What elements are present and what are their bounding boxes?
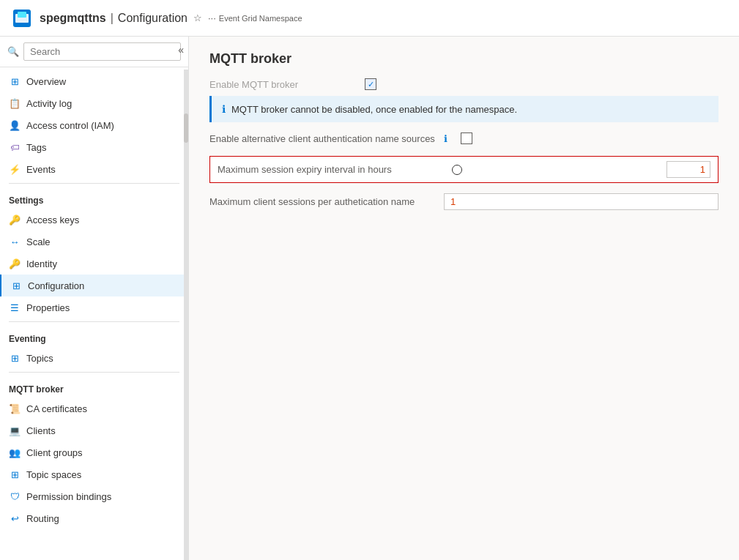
info-icon: ℹ [222,103,226,115]
header-actions: ☆ ··· [193,12,216,23]
sidebar-label-tags: Tags [26,142,46,153]
topic-spaces-icon: ⊞ [9,468,21,480]
sidebar-label-identity: Identity [26,258,57,269]
sidebar-item-activity-log[interactable]: 📋 Activity log [0,92,188,114]
info-message: MQTT broker cannot be disabled, once ena… [231,104,517,115]
sidebar-item-scale[interactable]: ↔ Scale [0,231,188,253]
sidebar-item-permission-bindings[interactable]: 🛡 Permission bindings [0,485,188,507]
clients-icon: 💻 [9,425,21,436]
search-icon: 🔍 [7,46,19,57]
sidebar-label-clients: Clients [26,425,56,436]
mqtt-divider [9,372,179,373]
page-title: MQTT broker [209,51,718,67]
sidebar-item-access-control[interactable]: 👤 Access control (IAM) [0,114,188,136]
sidebar-label-properties: Properties [26,302,70,313]
sidebar-label-routing: Routing [26,513,59,524]
max-clients-row: Maximum client sessions per autheticatio… [209,193,718,210]
header-separator: | [111,12,114,25]
info-box: ℹ MQTT broker cannot be disabled, once e… [209,96,718,122]
alt-auth-row: Enable alternative client authentication… [209,132,718,144]
sidebar-nav: ⊞ Overview 📋 Activity log 👤 Access contr… [0,67,188,532]
properties-icon: ☰ [9,302,21,313]
sidebar-item-events[interactable]: ⚡ Events [0,158,188,180]
sidebar-item-routing[interactable]: ↩ Routing [0,507,188,529]
sidebar: 🔍 « ⊞ Overview 📋 Activity log 👤 Access c… [0,37,189,560]
sidebar-label-events: Events [26,164,56,175]
identity-icon: 🔑 [9,258,21,269]
permission-icon: 🛡 [9,490,21,502]
scrollbar[interactable] [184,70,188,560]
mqtt-section-header: MQTT broker [0,376,188,397]
app-icon [12,8,32,29]
enable-mqtt-checkbox[interactable] [365,78,376,90]
routing-icon: ↩ [9,512,21,524]
content-area: MQTT broker Enable MQTT broker ℹ MQTT br… [189,37,739,560]
app-header: spegmqttns | Configuration ☆ ··· Event G… [0,0,739,37]
scroll-thumb [184,113,188,143]
sidebar-item-identity[interactable]: 🔑 Identity [0,253,188,275]
max-session-label: Maximum session expiry interval in hours [218,164,452,175]
settings-section-header: Settings [0,187,188,209]
sidebar-search-container: 🔍 « [0,37,188,67]
search-input[interactable] [23,42,181,61]
breadcrumb: Event Grid Namespace [219,14,302,23]
settings-divider [9,183,179,184]
eventing-section-header: Eventing [0,325,188,347]
page-name: Configuration [118,12,187,25]
sidebar-label-topic-spaces: Topic spaces [26,469,81,480]
overview-icon: ⊞ [9,75,21,87]
topics-icon: ⊞ [9,352,21,364]
sidebar-label-scale: Scale [26,236,51,247]
key-icon: 🔑 [9,214,21,225]
sidebar-item-topics[interactable]: ⊞ Topics [0,347,188,369]
sidebar-label-configuration: Configuration [28,280,84,291]
svg-rect-2 [18,12,26,18]
sidebar-label-client-groups: Client groups [26,447,83,458]
scale-icon: ↔ [9,236,21,247]
sidebar-item-tags[interactable]: 🏷 Tags [0,136,188,158]
configuration-icon: ⊞ [10,280,22,291]
sidebar-label-access-control: Access control (IAM) [26,120,114,131]
favorite-icon[interactable]: ☆ [193,12,202,23]
sidebar-item-ca-certificates[interactable]: 📜 CA certificates [0,397,188,419]
max-session-row: Maximum session expiry interval in hours [209,156,718,183]
ca-cert-icon: 📜 [9,403,21,414]
sidebar-label-activity-log: Activity log [26,98,72,109]
sidebar-label-ca-certs: CA certificates [26,403,87,414]
alt-auth-checkbox[interactable] [461,132,472,144]
access-control-icon: 👤 [9,119,21,131]
client-groups-icon: 👥 [9,447,21,458]
enable-mqtt-label: Enable MQTT broker [209,79,356,90]
more-icon[interactable]: ··· [208,12,216,23]
max-clients-label: Maximum client sessions per autheticatio… [209,196,444,207]
sidebar-item-client-groups[interactable]: 👥 Client groups [0,441,188,463]
eventing-divider [9,321,179,322]
sidebar-item-access-keys[interactable]: 🔑 Access keys [0,209,188,231]
enable-mqtt-row: Enable MQTT broker [209,78,718,90]
sidebar-label-topics: Topics [26,353,53,364]
activity-icon: 📋 [9,97,21,109]
alt-auth-info-icon: ℹ [444,133,448,144]
main-layout: 🔍 « ⊞ Overview 📋 Activity log 👤 Access c… [0,37,739,560]
circle-indicator [452,165,462,175]
sidebar-label-access-keys: Access keys [26,214,79,225]
sidebar-label-permission-bindings: Permission bindings [26,491,111,502]
sidebar-label-overview: Overview [26,76,66,87]
sidebar-item-overview[interactable]: ⊞ Overview [0,70,188,92]
events-icon: ⚡ [9,163,21,175]
collapse-button[interactable]: « [178,44,184,56]
tags-icon: 🏷 [9,141,21,153]
alt-auth-label: Enable alternative client authentication… [209,133,435,144]
sidebar-item-topic-spaces[interactable]: ⊞ Topic spaces [0,463,188,485]
max-session-input[interactable] [666,161,710,178]
sidebar-item-configuration[interactable]: ⊞ Configuration [0,275,188,296]
sidebar-item-clients[interactable]: 💻 Clients [0,419,188,441]
sidebar-item-properties[interactable]: ☰ Properties [0,296,188,318]
max-clients-input[interactable] [444,193,718,210]
app-name: spegmqttns [40,12,106,25]
